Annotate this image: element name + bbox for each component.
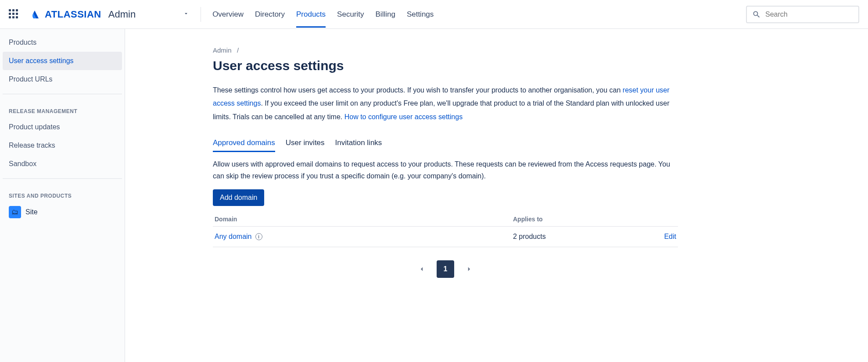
search-box[interactable] xyxy=(746,6,859,23)
page-description: These settings control how users get acc… xyxy=(213,84,687,124)
howto-link[interactable]: How to configure user access settings xyxy=(344,113,463,121)
sidebar-item-product-urls[interactable]: Product URLs xyxy=(3,70,122,89)
main-content: Admin / User access settings These setti… xyxy=(125,29,827,362)
col-applies: Applies to xyxy=(511,212,634,227)
nav-billing[interactable]: Billing xyxy=(376,1,395,28)
tab-invitation-links[interactable]: Invitation links xyxy=(335,135,382,152)
nav-directory[interactable]: Directory xyxy=(255,1,285,28)
nav-security[interactable]: Security xyxy=(337,1,364,28)
nav-overview[interactable]: Overview xyxy=(212,1,244,28)
site-label: Site xyxy=(25,208,38,216)
top-nav: Overview Directory Products Security Bil… xyxy=(212,1,434,28)
sidebar-item-product-updates[interactable]: Product updates xyxy=(3,118,122,136)
info-icon[interactable]: i xyxy=(255,233,262,240)
brand-name: ATLASSIAN xyxy=(45,9,101,20)
table-row: Any domain i 2 products Edit xyxy=(213,226,678,247)
nav-settings[interactable]: Settings xyxy=(407,1,434,28)
breadcrumb-sep: / xyxy=(237,46,239,54)
pager-next[interactable] xyxy=(460,260,478,278)
pager-page-1[interactable]: 1 xyxy=(437,260,454,278)
site-icon: 🗂 xyxy=(9,206,21,218)
sidebar-heading-release: RELEASE MANAGEMENT xyxy=(3,99,122,118)
domain-name: Any domain xyxy=(215,233,252,241)
chevron-left-icon xyxy=(418,265,426,273)
sidebar-site-item[interactable]: 🗂 Site xyxy=(3,202,122,222)
nav-products[interactable]: Products xyxy=(296,1,326,28)
edit-link[interactable]: Edit xyxy=(664,233,676,240)
add-domain-button[interactable]: Add domain xyxy=(213,189,264,206)
sidebar-heading-sites: SITES AND PRODUCTS xyxy=(3,184,122,202)
chevron-right-icon xyxy=(465,265,473,273)
sidebar-item-release-tracks[interactable]: Release tracks xyxy=(3,136,122,155)
tab-approved-domains[interactable]: Approved domains xyxy=(213,135,275,152)
sidebar-item-user-access[interactable]: User access settings xyxy=(3,52,122,70)
search-input[interactable] xyxy=(765,11,853,18)
pagination: 1 xyxy=(213,260,678,278)
domain-link[interactable]: Any domain i xyxy=(215,233,262,241)
pager-prev[interactable] xyxy=(413,260,430,278)
brand-suffix: Admin xyxy=(108,9,136,20)
tabs: Approved domains User invites Invitation… xyxy=(213,135,827,152)
chevron-down-icon xyxy=(183,11,189,17)
org-switcher[interactable] xyxy=(183,11,189,18)
breadcrumb-admin[interactable]: Admin xyxy=(213,46,232,54)
sidebar-item-products[interactable]: Products xyxy=(3,33,122,52)
sidebar-item-sandbox[interactable]: Sandbox xyxy=(3,155,122,173)
sidebar-separator xyxy=(3,178,122,179)
applies-to-value: 2 products xyxy=(511,226,634,247)
page-title: User access settings xyxy=(213,58,827,73)
divider xyxy=(201,7,201,22)
tab-user-invites[interactable]: User invites xyxy=(286,135,325,152)
search-icon xyxy=(752,10,761,19)
atlassian-logo-icon xyxy=(29,9,40,20)
domains-table: Domain Applies to Any domain i 2 product… xyxy=(213,212,678,247)
desc-text-1: These settings control how users get acc… xyxy=(213,86,623,94)
app-switcher-icon[interactable] xyxy=(9,9,19,20)
tab-description: Allow users with approved email domains … xyxy=(213,158,678,182)
col-domain: Domain xyxy=(213,212,511,227)
brand[interactable]: ATLASSIAN Admin xyxy=(29,9,136,20)
top-bar: ATLASSIAN Admin Overview Directory Produ… xyxy=(0,0,868,29)
breadcrumb: Admin / xyxy=(213,46,827,54)
sidebar: Products User access settings Product UR… xyxy=(0,29,125,362)
sidebar-separator xyxy=(3,94,122,94)
